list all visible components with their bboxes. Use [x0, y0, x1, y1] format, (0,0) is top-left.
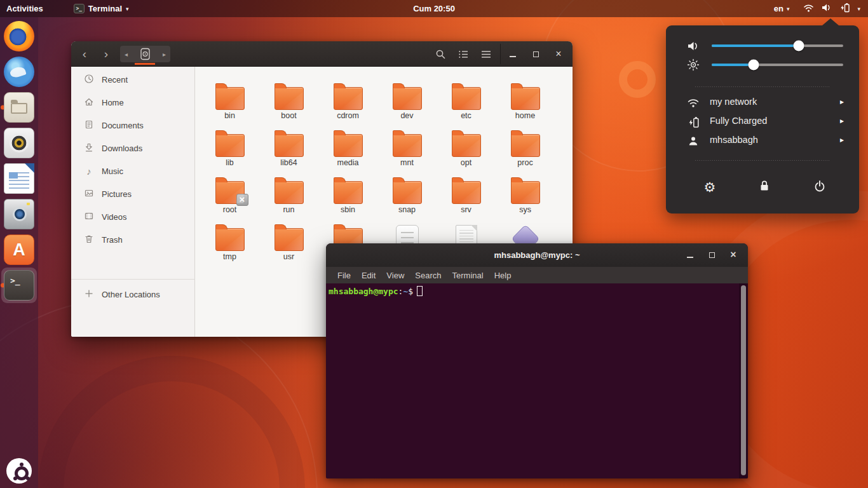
- chevron-down-icon: ▾: [857, 6, 860, 12]
- menu-edit[interactable]: Edit: [362, 271, 376, 280]
- music-icon: ♪: [84, 166, 94, 177]
- dock-item-files[interactable]: [4, 92, 34, 123]
- file-item[interactable]: media: [318, 125, 377, 172]
- slider-fill: [712, 44, 799, 47]
- menu-help[interactable]: Help: [494, 271, 512, 280]
- dock-item-thunderbird[interactable]: [4, 57, 34, 87]
- file-item[interactable]: srv: [437, 172, 496, 219]
- close-button[interactable]: ×: [726, 247, 741, 262]
- file-item-icon: [511, 87, 540, 110]
- dock-item-firefox[interactable]: [4, 21, 34, 51]
- file-item[interactable]: sys: [496, 172, 555, 219]
- minimize-button[interactable]: [505, 46, 520, 62]
- active-location-underline: [135, 63, 155, 65]
- file-item-label: root: [223, 206, 237, 214]
- sidebar-item-music[interactable]: ♪ Music: [71, 159, 195, 182]
- file-item-label: snap: [398, 206, 416, 214]
- file-item[interactable]: bin: [200, 78, 259, 125]
- file-item[interactable]: mnt: [377, 125, 437, 172]
- file-item[interactable]: lib: [200, 125, 259, 172]
- close-button[interactable]: ×: [551, 46, 566, 62]
- show-applications-icon: [6, 458, 32, 484]
- system-status-area[interactable]: ▾: [796, 0, 868, 17]
- sidebar-item-videos[interactable]: Videos: [71, 205, 195, 228]
- menu-button[interactable]: [478, 46, 494, 62]
- no-access-emblem-icon: ×: [236, 194, 248, 206]
- battery-menu-item[interactable]: Fully Charged ▸: [666, 112, 859, 132]
- chevron-down-icon: ▾: [787, 6, 790, 12]
- file-item-icon: [215, 134, 245, 157]
- terminal-title-bar[interactable]: mhsabbagh@mypc: ~ ×: [326, 243, 748, 267]
- close-icon: ×: [730, 250, 736, 260]
- path-scroll-right-icon[interactable]: ▸: [163, 51, 166, 58]
- path-bar[interactable]: ◂ ▸: [120, 46, 170, 62]
- menu-file[interactable]: File: [337, 271, 351, 280]
- firefox-icon: [4, 21, 34, 51]
- input-language-menu[interactable]: en ▾: [768, 0, 796, 17]
- terminal-scrollbar-thumb[interactable]: [741, 285, 746, 475]
- list-view-button[interactable]: [456, 46, 471, 62]
- sidebar-item-trash[interactable]: Trash: [71, 228, 195, 251]
- dock-item-libreoffice-writer[interactable]: [4, 163, 34, 194]
- sidebar-item-downloads[interactable]: Downloads: [71, 137, 195, 159]
- dock-item-rhythmbox[interactable]: [4, 128, 34, 158]
- terminal-body[interactable]: mhsabbagh@mypc : ~ $: [326, 283, 748, 478]
- file-item[interactable]: dev: [377, 78, 437, 125]
- menu-search[interactable]: Search: [415, 271, 441, 280]
- path-scroll-left-icon[interactable]: ◂: [125, 51, 128, 58]
- sidebar-item-documents[interactable]: Documents: [71, 114, 195, 137]
- search-button[interactable]: [433, 46, 448, 62]
- file-item[interactable]: run: [259, 172, 318, 219]
- dock-item-ubuntu-software[interactable]: A: [4, 234, 34, 265]
- close-icon: ×: [555, 49, 561, 59]
- slider-thumb[interactable]: [749, 60, 759, 71]
- file-item[interactable]: cdrom: [318, 78, 377, 125]
- sidebar-label: Downloads: [102, 144, 142, 153]
- sidebar-item-pictures[interactable]: Pictures: [71, 182, 195, 205]
- network-menu-item[interactable]: my network ▸: [666, 93, 859, 112]
- lock-button[interactable]: [753, 175, 776, 198]
- menu-terminal[interactable]: Terminal: [452, 271, 484, 280]
- file-item[interactable]: × root: [200, 172, 259, 219]
- file-item[interactable]: lib64: [259, 125, 318, 172]
- file-item[interactable]: etc: [437, 78, 496, 125]
- forward-button[interactable]: ›: [98, 46, 114, 62]
- clock-button[interactable]: Cum 20:50: [413, 0, 455, 17]
- maximize-button[interactable]: [704, 247, 719, 262]
- dock-item-camera[interactable]: [4, 199, 34, 229]
- file-item[interactable]: home: [496, 78, 555, 125]
- chevron-right-icon: ▸: [840, 135, 844, 144]
- dock-item-show-applications[interactable]: [4, 456, 34, 486]
- power-button[interactable]: [808, 175, 831, 198]
- file-item-icon: [215, 228, 245, 251]
- settings-button[interactable]: ⚙: [698, 175, 721, 198]
- file-item[interactable]: boot: [259, 78, 318, 125]
- sidebar-item-other-locations[interactable]: Other Locations: [71, 283, 195, 306]
- icon-art: [13, 207, 27, 221]
- file-item[interactable]: sbin: [318, 172, 377, 219]
- maximize-button[interactable]: [528, 46, 543, 62]
- brightness-slider[interactable]: [712, 64, 843, 66]
- file-item-icon: ×: [215, 181, 245, 204]
- file-item[interactable]: usr: [259, 219, 318, 266]
- activities-button[interactable]: Activities: [0, 0, 50, 17]
- file-item[interactable]: proc: [496, 125, 555, 172]
- sidebar-item-home[interactable]: Home: [71, 91, 195, 114]
- file-item[interactable]: snap: [377, 172, 437, 219]
- power-icon: [813, 180, 826, 194]
- user-menu-item[interactable]: mhsabbagh ▸: [666, 132, 859, 151]
- app-menu[interactable]: >_ Terminal ▾: [67, 0, 135, 17]
- minimize-button[interactable]: [682, 247, 698, 262]
- brightness-icon: [686, 57, 701, 72]
- back-button[interactable]: ‹: [77, 46, 92, 62]
- sidebar-label: Documents: [102, 121, 144, 130]
- volume-slider[interactable]: [712, 44, 843, 47]
- sidebar-item-recent[interactable]: Recent: [71, 68, 195, 91]
- slider-fill: [712, 64, 754, 66]
- file-item[interactable]: tmp: [200, 219, 259, 266]
- file-item[interactable]: opt: [437, 125, 496, 172]
- slider-thumb[interactable]: [793, 41, 804, 51]
- top-bar: Activities >_ Terminal ▾ Cum 20:50 en ▾: [0, 0, 868, 17]
- dock-item-terminal[interactable]: >_: [4, 270, 34, 301]
- menu-view[interactable]: View: [386, 271, 404, 280]
